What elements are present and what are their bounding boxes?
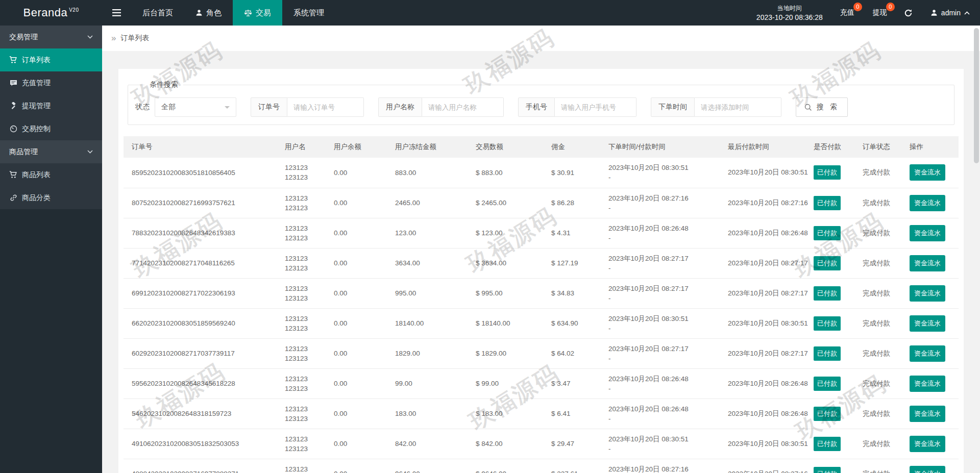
- balance-cell: 0.00: [334, 218, 395, 248]
- balance-cell: 0.00: [334, 248, 395, 278]
- fund-flow-button[interactable]: 资金流水: [910, 225, 945, 241]
- paid-badge: 已付款: [814, 346, 841, 361]
- order-no-cell: 4888420231020082716977888371: [124, 459, 285, 473]
- username-input[interactable]: [422, 97, 504, 117]
- order-status-cell: 完成付款: [863, 429, 910, 459]
- sidebar-item-label: 订单列表: [22, 56, 51, 65]
- withdraw-label: 提现: [873, 8, 887, 17]
- order-time-input[interactable]: [695, 97, 781, 117]
- action-cell: 资金流水: [910, 218, 959, 248]
- trade-amount-cell: $ 9646.00: [476, 459, 551, 473]
- balance-cell: 0.00: [334, 188, 395, 218]
- local-time-value: 2023-10-20 08:36:28: [756, 13, 823, 22]
- main-area: » 订单列表 条件搜索 状态 全部 订单号 用户名称: [102, 26, 980, 473]
- admin-menu[interactable]: admin: [920, 0, 980, 26]
- order-no-filter: 订单号: [251, 97, 364, 117]
- sidebar-item[interactable]: 订单列表: [0, 48, 102, 71]
- fund-flow-button[interactable]: 资金流水: [910, 195, 945, 211]
- sidebar-group-label: 交易管理: [9, 33, 38, 42]
- order-time-sub: -: [608, 414, 728, 424]
- username-line: 123123: [285, 233, 334, 243]
- fund-flow-button[interactable]: 资金流水: [910, 406, 945, 422]
- action-cell: 资金流水: [910, 399, 959, 429]
- app-logo: BerandaV20: [0, 0, 102, 26]
- order-status-cell: 完成付款: [863, 459, 910, 473]
- trade-amount-cell: $ 99.00: [476, 368, 551, 399]
- filter-row: 状态 全部 订单号 用户名称 手机号: [135, 97, 947, 117]
- username-filter: 用户名称: [378, 97, 504, 117]
- sidebar-group-header[interactable]: 交易管理: [0, 26, 102, 48]
- sidebar-item[interactable]: 充值管理: [0, 71, 102, 94]
- column-header: 佣金: [551, 136, 608, 158]
- person-icon: [930, 9, 938, 16]
- sidebar-item[interactable]: 提现管理: [0, 94, 102, 117]
- vertical-scrollbar-thumb[interactable]: [974, 28, 979, 163]
- order-time-main: 2023年10月20日 08:27:17: [608, 284, 728, 293]
- last-pay-time-cell: 2023年10月20日 08:26:48: [728, 368, 814, 399]
- order-time-main: 2023年10月20日 08:26:48: [608, 404, 728, 414]
- table-row: 6991202310200827170223061931231231231230…: [124, 278, 959, 308]
- paid-cell: 已付款: [814, 158, 863, 188]
- phone-input[interactable]: [555, 97, 636, 117]
- sidebar-item[interactable]: 商品列表: [0, 163, 102, 186]
- fund-flow-button[interactable]: 资金流水: [910, 345, 945, 362]
- trade-amount-cell: $ 883.00: [476, 158, 551, 188]
- fund-flow-button[interactable]: 资金流水: [910, 376, 945, 392]
- paid-cell: 已付款: [814, 429, 863, 459]
- paid-cell: 已付款: [814, 278, 863, 308]
- trade-amount-cell: $ 123.00: [476, 218, 551, 248]
- nav-item[interactable]: 系统管理: [282, 0, 335, 26]
- page-title: 订单列表: [120, 34, 149, 43]
- order-time-main: 2023年10月20日 08:30:51: [608, 434, 728, 444]
- username-line: 123123: [285, 344, 334, 354]
- fund-flow-button[interactable]: 资金流水: [910, 466, 945, 473]
- search-icon: [804, 104, 812, 111]
- last-pay-time-cell: 2023年10月20日 08:26:48: [728, 218, 814, 248]
- scales-icon: [244, 9, 252, 17]
- order-status-cell: 完成付款: [863, 399, 910, 429]
- recharge-button[interactable]: 充值 0: [831, 0, 864, 26]
- fund-flow-button[interactable]: 资金流水: [910, 285, 945, 302]
- commission-cell: $ 29.47: [551, 429, 608, 459]
- paid-cell: 已付款: [814, 248, 863, 278]
- sidebar-item-label: 商品分类: [22, 193, 51, 203]
- nav-item-label: 交易: [256, 8, 271, 18]
- username-line: 123123: [285, 414, 334, 424]
- nav-item[interactable]: 交易: [233, 0, 282, 26]
- username-cell: 123123123123: [285, 218, 334, 248]
- nav-item[interactable]: 后台首页: [131, 0, 184, 26]
- fund-flow-button[interactable]: 资金流水: [910, 255, 945, 271]
- status-select[interactable]: 全部: [155, 97, 236, 117]
- commission-cell: $ 34.83: [551, 278, 608, 308]
- order-time-cell: 2023年10月20日 08:27:16-: [608, 459, 728, 473]
- order-status-cell: 完成付款: [863, 158, 910, 188]
- frozen-amount-cell: 3634.00: [395, 248, 476, 278]
- status-label: 状态: [135, 103, 150, 112]
- sidebar-group-header[interactable]: 商品管理: [0, 140, 102, 163]
- search-button[interactable]: 搜 索: [796, 97, 848, 117]
- fund-flow-button[interactable]: 资金流水: [910, 315, 945, 332]
- table-row: 8595202310200830518108564051231231231230…: [124, 158, 959, 188]
- fund-flow-button[interactable]: 资金流水: [910, 436, 945, 452]
- sidebar-item[interactable]: 交易控制: [0, 117, 102, 140]
- username-line: 123123: [285, 354, 334, 363]
- order-time-sub: -: [608, 233, 728, 243]
- message-icon: [9, 80, 17, 87]
- commission-cell: $ 6.41: [551, 399, 608, 429]
- username-cell: 123123123123: [285, 278, 334, 308]
- order-no-input[interactable]: [287, 97, 364, 117]
- order-time-main: 2023年10月20日 08:27:16: [608, 464, 728, 473]
- withdraw-button[interactable]: 提现 0: [864, 0, 896, 26]
- order-time-main: 2023年10月20日 08:30:51: [608, 163, 728, 172]
- hamburger-icon[interactable]: [102, 0, 131, 26]
- sidebar-item[interactable]: 商品分类: [0, 186, 102, 209]
- nav-item[interactable]: 角色: [184, 0, 233, 26]
- paid-badge: 已付款: [814, 256, 841, 270]
- paid-badge: 已付款: [814, 286, 841, 301]
- order-time-main: 2023年10月20日 08:27:16: [608, 193, 728, 203]
- refresh-icon[interactable]: [896, 0, 920, 26]
- username-line: 123123: [285, 193, 334, 203]
- paid-cell: 已付款: [814, 459, 863, 473]
- fund-flow-button[interactable]: 资金流水: [910, 164, 945, 181]
- cart-icon: [9, 56, 17, 64]
